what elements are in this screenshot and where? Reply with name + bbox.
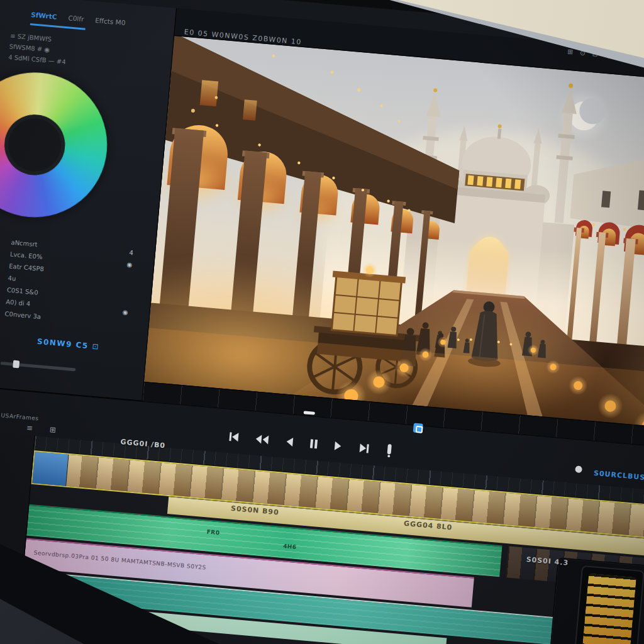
clip-blue-stub[interactable]	[32, 452, 69, 486]
green-clip-text: 4H6	[283, 543, 297, 550]
parameter-list: aNcmsrt4 Lvca. E0%◉ Eatr C4SP8 4u C0S1 S…	[4, 236, 134, 330]
step-back-icon[interactable]	[284, 435, 295, 448]
preview-image	[144, 33, 644, 445]
skip-end-icon[interactable]	[357, 441, 371, 455]
grid-tool-icon[interactable]: ⊞	[49, 425, 56, 435]
color-wheel-center	[2, 112, 67, 177]
list-tool-icon[interactable]: ≡	[26, 423, 33, 433]
tab-2[interactable]: C0lfr	[68, 14, 84, 23]
panel-info-rows: ≡ SZ jBMWfS SfWSM8 # ◉ 4 SdMl CSfB — #4	[8, 30, 69, 67]
application-window: E0 05 W0NW0S Z0BW0N 10 ⊞ ⊙ ⊟ Q4 RAF J0K …	[0, 0, 644, 644]
window-grid-icon[interactable]: ⊞	[567, 48, 574, 56]
program-monitor	[144, 33, 644, 445]
skip-start-icon[interactable]	[227, 430, 241, 444]
video-editor-screenshot: E0 05 W0NW0S Z0BW0N 10 ⊞ ⊙ ⊟ Q4 RAF J0K …	[0, 0, 644, 644]
panel-slider-thumb[interactable]	[13, 360, 19, 369]
pause-icon[interactable]	[309, 437, 319, 450]
play-icon[interactable]	[332, 440, 343, 453]
rewind-icon[interactable]	[255, 433, 270, 447]
audio-meter[interactable]	[567, 565, 644, 644]
export-frame-button[interactable]	[413, 423, 423, 433]
audio-meter-bar	[575, 574, 636, 644]
marker-icon[interactable]	[385, 443, 394, 458]
timecode-box-icon: ⊡	[92, 342, 100, 352]
green-clip-text: FR0	[206, 529, 220, 536]
